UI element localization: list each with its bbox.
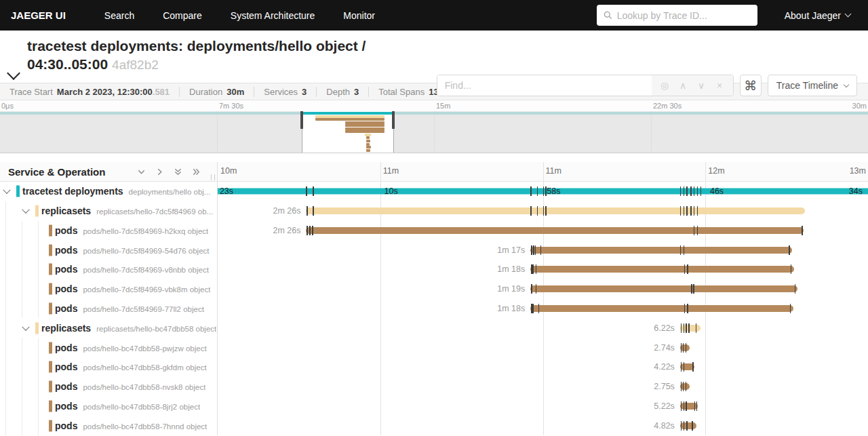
about-jaeger-menu[interactable]: About Jaeger [785,10,850,21]
span-row[interactable]: replicasetsreplicasets/hello-bc47dbb58 o… [0,318,868,338]
span-row-timeline[interactable]: 1m 18s [218,299,868,319]
span-log-tick [537,186,538,196]
chevron-down-icon[interactable] [22,206,29,214]
span-row-left[interactable]: podspods/hello-bc47dbb58-nvsk8 object [0,377,218,397]
span-row-timeline[interactable]: 1m 18s [218,260,868,279]
prev-match-icon[interactable]: ∧ [674,80,692,91]
clear-find-icon[interactable]: × [711,80,729,91]
service-name: pods [55,361,77,372]
viewport-drag-handle-left[interactable] [300,111,303,129]
span-row[interactable]: tracetest deploymentsdeployments/hello o… [0,182,868,201]
nav-item-system-architecture[interactable]: System Architecture [216,10,330,21]
panel-resize-grip[interactable] [211,174,215,180]
timeline-tick-label: 11m [383,166,399,176]
span-row[interactable]: podspods/hello-7dc5f84969-77ll2 object1m… [0,299,868,319]
span-row-left[interactable]: podspods/hello-7dc5f84969-77ll2 object [0,299,218,319]
nav-item-search[interactable]: Search [90,10,149,21]
span-labels: podspods/hello-7dc5f84969-54d76 object [55,245,210,256]
span-row-timeline[interactable]: 1m 17s [218,240,868,260]
trace-minimap: 0μs 7m 30s 15m 22m 30s 30m [0,100,868,162]
span-row-left[interactable]: replicasetsreplicasets/hello-bc47dbb58 o… [0,318,218,338]
service-name: pods [55,303,77,314]
collapse-trace-chevron-icon[interactable] [7,66,20,80]
span-row-left[interactable]: podspods/hello-bc47dbb58-8jrj2 object [0,396,218,416]
span-row-left[interactable]: podspods/hello-bc47dbb58-pwjzw object [0,338,218,357]
next-match-icon[interactable]: ∨ [692,80,711,91]
span-row-timeline[interactable]: 2m 26s [218,221,868,241]
trace-view-selector[interactable]: Trace Timeline [768,75,857,96]
span-bar[interactable] [530,305,793,312]
app-brand[interactable]: JAEGER UI [11,9,66,21]
span-labels: podspods/hello-bc47dbb58-pwjzw object [55,342,207,353]
span-log-tick [533,245,534,255]
minimap-span-bar [366,149,370,152]
span-row-left[interactable]: podspods/hello-bc47dbb58-gkfdm object [0,357,218,377]
span-row-timeline[interactable]: 6.22s [218,318,868,338]
span-bar[interactable] [306,227,804,234]
tree-guide-line [38,396,39,416]
trace-id-search-input[interactable] [617,10,751,21]
span-row[interactable]: podspods/hello-bc47dbb58-gkfdm object4.2… [0,357,868,377]
span-bar[interactable] [680,422,696,429]
span-bar[interactable] [530,247,792,254]
span-row-left[interactable]: tracetest deploymentsdeployments/hello o… [0,182,218,201]
find-box[interactable]: ◎ ∧ ∨ × [437,75,734,96]
span-row[interactable]: podspods/hello-bc47dbb58-8jrj2 object5.2… [0,396,868,416]
chevron-down-icon[interactable] [22,323,29,330]
span-row-left[interactable]: podspods/hello-bc47dbb58-7hnnd object [0,416,218,435]
trace-header-controls: ◎ ∧ ∨ × ⌘ Trace Timeline [437,75,857,96]
viewport-drag-handle-right[interactable] [392,111,395,129]
service-name: pods [55,264,77,275]
span-row-left[interactable]: podspods/hello-7dc5f84969-v8nbb object [0,260,218,279]
span-log-tick [687,264,688,274]
double-chevron-right-icon[interactable] [192,167,201,176]
span-duration-label: 6.22s [654,323,675,333]
span-row-timeline[interactable]: 5.22s [218,396,868,416]
span-row[interactable]: podspods/hello-7dc5f84969-h2kxq object2m… [0,221,868,241]
keyboard-shortcuts-button[interactable]: ⌘ [740,75,762,96]
span-row[interactable]: podspods/hello-bc47dbb58-nvsk8 object2.7… [0,377,868,397]
nav-item-compare[interactable]: Compare [149,10,216,21]
span-row-timeline[interactable]: 1m 19s [218,279,868,299]
scope-to-match-icon[interactable]: ◎ [656,80,674,91]
timeline-tick-label: 10m [220,166,237,176]
nav-item-monitor[interactable]: Monitor [329,10,389,21]
tree-guide-line [38,357,39,377]
operation-name: deployments/hello obj... [129,188,211,196]
double-chevron-down-icon[interactable] [174,167,182,176]
span-row-timeline[interactable]: 2.75s [218,377,868,397]
span-row[interactable]: podspods/hello-bc47dbb58-pwjzw object2.7… [0,338,868,357]
span-log-tick [543,186,545,196]
span-row-left[interactable]: podspods/hello-7dc5f84969-vbk8m object [0,279,218,299]
span-log-tick [530,186,532,196]
span-bar[interactable] [530,266,793,273]
span-row-timeline[interactable]: 4.82s [218,416,868,435]
find-input[interactable] [437,75,652,96]
span-labels: podspods/hello-7dc5f84969-h2kxq object [55,225,208,236]
span-row-timeline[interactable]: 23s10s58s46s34s [218,182,868,201]
span-bar[interactable] [530,285,797,292]
timeline-tick-label: 12m [708,166,724,176]
span-row-timeline[interactable]: 4.22s [218,357,868,377]
span-row[interactable]: podspods/hello-7dc5f84969-v8nbb object1m… [0,260,868,279]
span-row[interactable]: replicasetsreplicasets/hello-7dc5f84969 … [0,201,868,221]
span-bar[interactable] [306,207,805,214]
trace-id-search-box[interactable] [597,5,757,26]
span-row[interactable]: podspods/hello-bc47dbb58-7hnnd object4.8… [0,416,868,435]
span-log-tick [681,343,682,353]
span-row-left[interactable]: podspods/hello-7dc5f84969-54d76 object [0,240,218,260]
span-row-left[interactable]: replicasetsreplicasets/hello-7dc5f84969 … [0,201,218,221]
span-log-tick [697,186,698,196]
span-row[interactable]: podspods/hello-7dc5f84969-54d76 object1m… [0,240,868,260]
span-row-timeline[interactable]: 2m 26s [218,201,868,221]
span-row[interactable]: podspods/hello-7dc5f84969-vbk8m object1m… [0,279,868,299]
minimap-canvas[interactable] [0,111,868,153]
chevron-right-icon[interactable] [155,167,164,176]
tree-guide-line [22,357,22,377]
span-row-left[interactable]: podspods/hello-7dc5f84969-h2kxq object [0,221,218,241]
span-log-tick [686,343,687,353]
chevron-down-icon[interactable] [137,167,146,176]
chevron-down-icon[interactable] [3,186,10,194]
span-row-timeline[interactable]: 2.74s [218,338,868,357]
operation-name: pods/hello-bc47dbb58-7hnnd object [83,422,207,431]
